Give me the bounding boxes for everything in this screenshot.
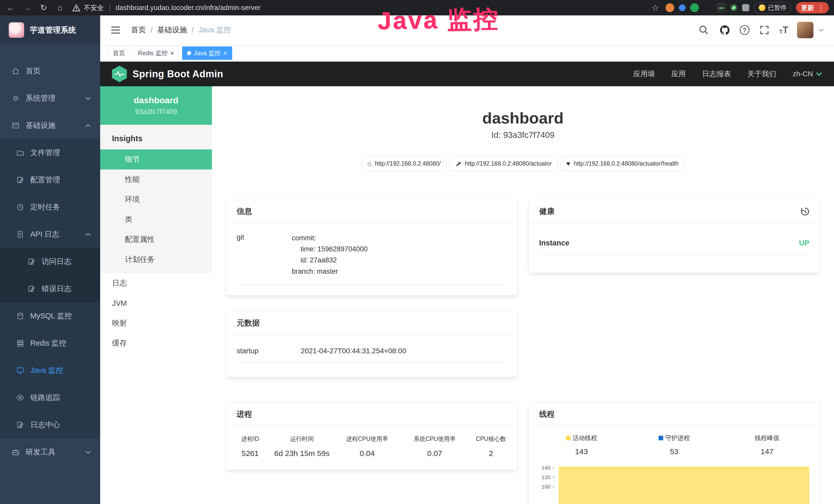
close-icon[interactable]: × [170, 50, 174, 56]
sidebar-item-dev-tools[interactable]: 研发工具 [0, 438, 100, 466]
sidebar-item-file-manage[interactable]: 文件管理 [0, 139, 100, 166]
sidebar-item-error-log[interactable]: 错误日志 [0, 275, 100, 302]
sidebar-item-api-log[interactable]: API 日志 [0, 221, 100, 248]
tag-java-monitor[interactable]: Java 监控 × [182, 46, 232, 60]
menu-item-details[interactable]: 细节 [100, 150, 212, 169]
tag-label: Java 监控 [194, 49, 221, 57]
sidebar-item-config-manage[interactable]: 配置管理 [0, 166, 100, 193]
instance-id: 93a3fc7f7409 [135, 108, 177, 116]
extension-icon[interactable] [665, 3, 674, 12]
sidebar-item-label: 系统管理 [26, 93, 56, 104]
live-threads-value: 143 [535, 447, 628, 456]
sidebar-item-redis-monitor[interactable]: Redis 监控 [0, 330, 100, 357]
extension-icon[interactable] [704, 3, 712, 12]
sidebar-item-label: 错误日志 [42, 284, 71, 294]
eye-icon [16, 393, 25, 402]
warning-icon [72, 4, 80, 11]
sidebar-item-infrastructure[interactable]: 基础设施 [0, 112, 100, 139]
back-icon[interactable]: ← [5, 2, 17, 13]
health-instance-label: Instance [539, 239, 569, 247]
threads-legend: 活动线程 143 守护进程 53 线程峰值 147 [535, 434, 813, 456]
close-icon[interactable]: × [223, 50, 227, 56]
address-bar[interactable]: 不安全 dashboard.yudao.iocoder.cn/infra/adm… [72, 3, 644, 12]
menu-item-caches[interactable]: 缓存 [100, 333, 212, 353]
heart-icon: ♥ [566, 160, 570, 168]
card-title: 进程 [237, 409, 252, 419]
reload-icon[interactable]: ↻ [38, 2, 49, 13]
gear-icon [11, 94, 20, 103]
tag-home[interactable]: 首页 [108, 46, 130, 60]
app-logo[interactable]: 芋道管理系统 [0, 16, 100, 45]
peak-threads-value: 147 [721, 447, 813, 456]
sba-nav-applications[interactable]: 应用 [672, 69, 686, 79]
forward-icon[interactable]: → [22, 2, 33, 13]
menu-item-environment[interactable]: 环境 [100, 189, 212, 209]
process-table: 进程ID 运行时间 进程CPU使用率 系统CPU使用率 CPU核心数 5261 … [226, 426, 517, 469]
font-size-icon[interactable]: TT [779, 25, 788, 35]
sidebar-collapse-icon[interactable] [110, 26, 121, 35]
browser-menu-icon[interactable]: ⋮ [817, 4, 825, 12]
sba-nav-wallboard[interactable]: 应用墙 [633, 69, 655, 79]
instance-header[interactable]: dashboard 93a3fc7f7409 [100, 86, 212, 125]
menu-item-jvm[interactable]: JVM [100, 293, 212, 313]
live-threads-swatch [566, 436, 570, 440]
menu-item-config-props[interactable]: 配置属性 [100, 230, 212, 250]
infrastructure-icon [11, 121, 20, 130]
actuator-url-link[interactable]: http://192.168.0.2:48080/actuator [449, 156, 558, 171]
menu-item-mappings[interactable]: 映射 [100, 313, 212, 333]
extension-icon[interactable] [690, 3, 699, 12]
app-title: 芋道管理系统 [30, 25, 76, 36]
sidebar-item-system[interactable]: 系统管理 [0, 85, 100, 112]
breadcrumb-separator: / [151, 26, 153, 35]
sidebar-item-mysql-monitor[interactable]: MySQL 监控 [0, 302, 100, 330]
menu-group-label: Insights [100, 125, 212, 150]
sba-nav-journal[interactable]: 日志报表 [702, 69, 731, 79]
home-icon[interactable]: ⌂ [54, 2, 66, 13]
extension-on-icon[interactable]: on [717, 3, 726, 12]
sidebar-item-access-log[interactable]: 访问日志 [0, 248, 100, 275]
tag-redis-monitor[interactable]: Redis 监控 × [133, 46, 179, 60]
instance-url-link[interactable]: ⌂ http://192.168.0.2:48080/ [361, 156, 447, 171]
security-label: 不安全 [84, 3, 104, 12]
sidebar-item-java-monitor[interactable]: Java 监控 [0, 357, 100, 384]
metadata-key: startup [237, 347, 301, 355]
profile-emoji-icon [759, 4, 765, 11]
menu-item-performance[interactable]: 性能 [100, 169, 212, 189]
sidebar-item-label: 日志中心 [30, 420, 60, 430]
extension-icon[interactable] [730, 4, 738, 11]
locale-selector[interactable]: zh-CN [793, 70, 822, 78]
search-icon[interactable] [698, 24, 710, 36]
history-icon[interactable] [800, 207, 809, 216]
extensions-puzzle-icon[interactable] [742, 4, 749, 11]
edit-doc-icon [16, 420, 25, 429]
user-avatar[interactable] [797, 22, 813, 38]
sidebar-item-label: 研发工具 [26, 447, 56, 457]
breadcrumb-home[interactable]: 首页 [131, 25, 146, 35]
menu-item-logs[interactable]: 日志 [100, 273, 212, 293]
sidebar-item-scheduled-jobs[interactable]: 定时任务 [0, 193, 100, 221]
sidebar-item-label: API 日志 [30, 229, 59, 239]
sidebar-item-label: Redis 监控 [30, 338, 66, 348]
menu-item-classes[interactable]: 类 [100, 209, 212, 230]
sidebar-item-label: 链路追踪 [30, 393, 60, 403]
sidebar-item-home[interactable]: 首页 [0, 58, 100, 85]
help-icon[interactable]: ? [740, 25, 749, 35]
folder-icon [16, 148, 25, 157]
github-icon[interactable] [719, 24, 731, 36]
paused-badge[interactable]: 已暂停 [754, 2, 791, 13]
breadcrumb-infrastructure[interactable]: 基础设施 [157, 25, 187, 35]
health-url-link[interactable]: ♥ http://192.168.0.2:48080/actuator/heal… [561, 156, 684, 171]
daemon-threads-swatch [659, 436, 663, 440]
menu-item-scheduled-tasks[interactable]: 计划任务 [100, 250, 212, 270]
sidebar-item-trace[interactable]: 链路追踪 [0, 384, 100, 411]
sba-nav-about[interactable]: 关于我们 [747, 69, 776, 79]
instance-name: dashboard [134, 95, 178, 105]
extension-icon[interactable] [679, 4, 685, 11]
update-button[interactable]: 更新 ⋮ [796, 2, 829, 13]
sidebar-item-log-center[interactable]: 日志中心 [0, 411, 100, 438]
bookmark-star-icon[interactable]: ☆ [650, 2, 661, 13]
threads-chart-area [559, 467, 809, 504]
sidebar-item-label: 基础设施 [26, 120, 56, 131]
link-url: http://192.168.0.2:48080/actuator/health [574, 160, 679, 167]
fullscreen-icon[interactable] [758, 24, 771, 36]
